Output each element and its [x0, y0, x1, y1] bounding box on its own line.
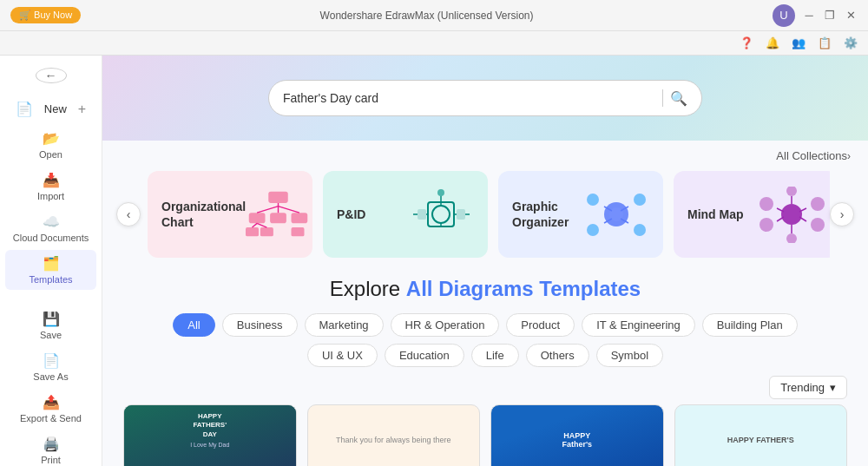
- search-input[interactable]: [283, 91, 655, 105]
- mind-map-image: [760, 184, 825, 245]
- cloud-label: Cloud Documents: [13, 233, 89, 243]
- back-button[interactable]: ←: [36, 68, 67, 83]
- community-icon[interactable]: 👥: [792, 36, 806, 49]
- collection-card-org-chart[interactable]: Organizational Chart: [148, 171, 312, 258]
- open-label: Open: [39, 149, 62, 160]
- sidebar-item-export-send[interactable]: 📤 Export & Send: [5, 389, 96, 429]
- svg-rect-7: [246, 227, 259, 236]
- sidebar-item-print[interactable]: 🖨️ Print: [5, 430, 96, 466]
- save-label: Save: [40, 330, 62, 340]
- svg-point-35: [811, 197, 825, 211]
- template-card-1[interactable]: HAPPYFATHERS'DAY I Love My Dad: [123, 404, 297, 466]
- sidebar-item-open[interactable]: 📂 Open: [5, 125, 96, 165]
- filter-ui-ux[interactable]: UI & UX: [307, 344, 378, 367]
- toolbar-icons-bar: ❓ 🔔 👥 📋 ⚙️: [0, 31, 868, 56]
- sidebar-item-new[interactable]: 📄 New +: [5, 95, 96, 122]
- export-label: Export & Send: [20, 413, 82, 423]
- filter-symbol[interactable]: Symbol: [596, 344, 663, 367]
- template-card-4[interactable]: HAPPY FATHER'S: [674, 404, 848, 466]
- collections-header: All Collections ›: [102, 141, 868, 167]
- template-card-3[interactable]: HAPPYFather's: [490, 404, 664, 466]
- svg-point-27: [587, 224, 599, 236]
- sidebar-item-save-as[interactable]: 📄 Save As: [5, 347, 96, 387]
- svg-line-6: [279, 206, 299, 213]
- clipboard-icon[interactable]: 📋: [818, 36, 832, 49]
- filter-hr-operation[interactable]: HR & Operation: [391, 313, 500, 337]
- search-box: 🔍: [268, 80, 702, 116]
- filter-all[interactable]: All: [173, 313, 214, 337]
- svg-line-5: [257, 206, 278, 213]
- notification-icon[interactable]: 🔔: [766, 36, 779, 49]
- svg-rect-1: [249, 213, 266, 223]
- help-icon[interactable]: ❓: [740, 36, 753, 49]
- svg-rect-19: [418, 209, 426, 220]
- all-collections-link[interactable]: All Collections: [776, 149, 847, 162]
- new-label: New: [44, 102, 67, 115]
- print-label: Print: [41, 455, 61, 465]
- explore-plain-text: Explore: [330, 277, 406, 300]
- svg-rect-0: [268, 191, 288, 202]
- save-as-icon: 📄: [43, 352, 60, 369]
- minimize-button[interactable]: ─: [802, 9, 816, 23]
- avatar[interactable]: U: [773, 4, 795, 27]
- app-title: Wondershare EdrawMax (Unlicensed Version…: [81, 10, 773, 22]
- sidebar-item-import[interactable]: 📥 Import: [5, 167, 96, 207]
- export-icon: 📤: [43, 394, 60, 410]
- filter-building-plan[interactable]: Building Plan: [702, 313, 798, 337]
- filter-education[interactable]: Education: [385, 344, 464, 367]
- filter-life[interactable]: Life: [471, 344, 519, 367]
- filter-tags-row2: UI & UX Education Life Others Symbol: [123, 344, 847, 367]
- svg-point-38: [786, 187, 797, 196]
- templates-grid: HAPPYFATHERS'DAY I Love My Dad Thank you…: [102, 404, 868, 466]
- back-arrow-icon: ←: [45, 69, 57, 82]
- svg-point-39: [786, 233, 797, 243]
- sidebar-item-templates[interactable]: 🗂️ Templates: [5, 250, 96, 290]
- filter-it-engineering[interactable]: IT & Engineering: [582, 313, 695, 337]
- template-thumb-4: HAPPY FATHER'S: [675, 405, 847, 466]
- search-divider: [662, 89, 663, 107]
- buy-now-button[interactable]: 🛒 Buy Now: [10, 7, 81, 23]
- sidebar-item-cloud[interactable]: ☁️ Cloud Documents: [5, 208, 96, 248]
- trending-label: Trending: [780, 381, 825, 394]
- save-icon: 💾: [43, 311, 60, 327]
- template-thumb-1: HAPPYFATHERS'DAY I Love My Dad: [124, 405, 296, 466]
- collections-section: All Collections › ‹ Organizational Chart: [102, 141, 868, 261]
- trending-dropdown[interactable]: Trending ▾: [769, 376, 847, 399]
- svg-rect-2: [270, 213, 286, 223]
- org-chart-label: Organizational Chart: [161, 199, 246, 230]
- graphic-organizer-image: [584, 184, 649, 245]
- filter-others[interactable]: Others: [526, 344, 589, 367]
- carousel-next-button[interactable]: ›: [830, 202, 854, 226]
- svg-point-34: [760, 197, 773, 211]
- search-button[interactable]: 🔍: [670, 90, 687, 107]
- trending-row: Trending ▾: [102, 367, 868, 404]
- collection-card-graphic-organizer[interactable]: Graphic Organizer: [498, 171, 663, 258]
- save-as-label: Save As: [33, 371, 68, 382]
- maximize-button[interactable]: ❐: [823, 9, 837, 23]
- carousel-prev-button[interactable]: ‹: [116, 202, 141, 226]
- filter-product[interactable]: Product: [506, 313, 575, 337]
- svg-point-22: [437, 189, 444, 196]
- pnid-image: [409, 184, 474, 245]
- close-button[interactable]: ✕: [844, 9, 858, 23]
- new-icon: 📄: [16, 101, 33, 117]
- svg-rect-3: [292, 213, 308, 223]
- collections-arrow-icon: ›: [847, 150, 851, 162]
- main-content: 🔍 All Collections › ‹ Organizational Cha…: [102, 56, 868, 466]
- sidebar-item-save[interactable]: 💾 Save: [5, 305, 96, 345]
- graphic-organizer-label: Graphic Organizer: [512, 199, 584, 230]
- svg-point-26: [634, 194, 646, 206]
- explore-section: Explore All Diagrams Templates All Busin…: [102, 261, 868, 367]
- template-card-2[interactable]: Thank you for always being there: [307, 404, 481, 466]
- filter-business[interactable]: Business: [222, 313, 298, 337]
- collection-card-mind-map[interactable]: Mind Map: [674, 171, 830, 258]
- titlebar-left: 🛒 Buy Now: [10, 7, 81, 23]
- open-icon: 📂: [43, 130, 60, 147]
- collection-card-pnid[interactable]: P&ID: [323, 171, 488, 258]
- carousel-items: Organizational Chart: [141, 167, 830, 261]
- svg-point-14: [432, 206, 450, 223]
- templates-label: Templates: [29, 274, 72, 285]
- svg-point-37: [811, 218, 825, 232]
- filter-marketing[interactable]: Marketing: [305, 313, 384, 337]
- settings-icon[interactable]: ⚙️: [844, 36, 858, 49]
